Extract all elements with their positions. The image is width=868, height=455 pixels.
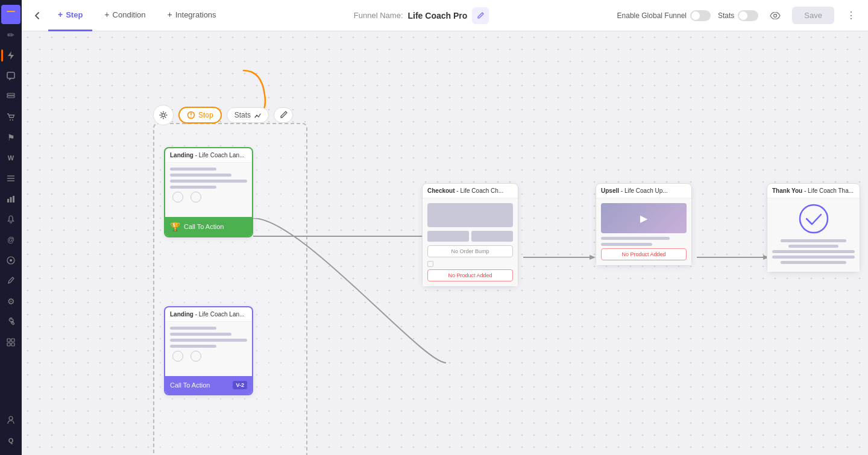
sidebar-icon-brush[interactable] xyxy=(1,271,20,290)
svg-rect-3 xyxy=(7,72,14,78)
tab-integrations[interactable]: + Integrations xyxy=(157,0,225,31)
sidebar-icon-layers[interactable] xyxy=(1,87,20,106)
svg-rect-18 xyxy=(7,343,10,346)
sidebar-icon-logo[interactable] xyxy=(1,5,20,24)
svg-rect-17 xyxy=(11,339,14,342)
sidebar-icon-flag[interactable]: ⚑ xyxy=(1,128,20,147)
preview-line xyxy=(601,243,652,246)
preview-line xyxy=(170,180,247,183)
preview-line xyxy=(170,333,231,336)
sidebar-icon-puzzle[interactable] xyxy=(1,333,20,352)
preview-line xyxy=(781,239,847,242)
landing-card-v1-header: Landing - Life Coach Lan... xyxy=(165,148,252,163)
landing-sub: - Life Coach Lan... xyxy=(195,152,245,158)
checkout-label: Checkout xyxy=(427,187,455,194)
sidebar-icon-settings[interactable]: ⚙ xyxy=(1,292,20,311)
svg-rect-12 xyxy=(10,197,12,202)
landing-card-v1[interactable]: Landing - Life Coach Lan... 🏆 Call To Ac… xyxy=(164,147,253,237)
tab-condition-label: Condition xyxy=(113,10,146,19)
svg-point-29 xyxy=(800,205,828,233)
back-button[interactable] xyxy=(29,7,46,24)
upsell-card[interactable]: Upsell - Life Coach Up... ▶ No Product A… xyxy=(596,183,692,266)
no-product-added-checkout: No Product Added xyxy=(427,269,513,281)
preview-line xyxy=(781,261,847,264)
stats-toggle[interactable] xyxy=(738,10,758,21)
checkbox-row xyxy=(427,261,513,267)
sidebar-icon-chart[interactable] xyxy=(1,189,20,209)
checkout-img xyxy=(427,203,513,227)
checkout-preview: No Order Bump No Product Added xyxy=(423,198,518,286)
upsell-preview: ▶ No Product Added xyxy=(596,198,691,265)
stats-label: Stats xyxy=(718,11,734,20)
preview-line xyxy=(772,250,855,253)
checkout-card-inner: Checkout - Life Coach Ch... No Order Bum… xyxy=(422,183,518,287)
tab-condition[interactable]: + Condition xyxy=(95,0,155,31)
topnav-left: + Step + Condition + Integrations xyxy=(29,0,226,31)
sidebar-icon-wp[interactable]: W xyxy=(1,148,20,168)
sidebar-icon-bell[interactable] xyxy=(1,210,20,229)
no-order-bump: No Order Bump xyxy=(427,245,513,257)
sidebar-icon-q[interactable]: Q xyxy=(1,431,20,450)
upsell-card-inner: Upsell - Life Coach Up... ▶ No Product A… xyxy=(596,183,692,266)
stop-label: Stop xyxy=(198,111,213,119)
enable-global-funnel-label: Enable Global Funnel xyxy=(617,11,687,20)
save-button[interactable]: Save xyxy=(792,7,834,24)
preview-line xyxy=(170,186,216,189)
check-circle-icon xyxy=(798,203,829,234)
cta-text-v2: Call To Action xyxy=(170,381,210,389)
upsell-label: Upsell xyxy=(601,187,619,194)
svg-point-23 xyxy=(162,114,165,117)
svg-point-25 xyxy=(190,116,192,118)
checkout-card[interactable]: Checkout - Life Coach Ch... No Order Bum… xyxy=(422,183,518,287)
thankyou-card[interactable]: Thank You - Life Coach Tha... xyxy=(767,183,860,272)
stats-button-label: Stats xyxy=(234,111,251,119)
sidebar-icon-pencil[interactable]: ✏ xyxy=(1,25,20,45)
topnav-center: Funnel Name: Life Coach Pro xyxy=(226,7,617,24)
step-group-toolbar: Stop Stats xyxy=(153,105,293,125)
sidebar-icon-cart[interactable] xyxy=(1,107,20,127)
sidebar-icon-chat[interactable] xyxy=(1,66,20,86)
preview-line xyxy=(170,168,216,171)
connector-upsell-to-thankyou xyxy=(697,245,769,269)
stop-button[interactable]: Stop xyxy=(178,107,222,124)
preview-line xyxy=(170,327,216,330)
stats-toggle-knob xyxy=(739,11,747,20)
topnav-right: Enable Global Funnel Stats Save ⋮ xyxy=(617,6,861,25)
landing-card-v2[interactable]: Landing - Life Coach Lan... Call To Acti… xyxy=(164,306,253,395)
sidebar-icon-integration[interactable] xyxy=(1,251,20,270)
thankyou-label: Thank You xyxy=(772,187,802,194)
svg-point-21 xyxy=(774,14,777,17)
thankyou-header: Thank You - Life Coach Tha... xyxy=(767,184,860,198)
no-product-added-upsell: No Product Added xyxy=(601,248,687,260)
preview-row xyxy=(170,192,247,202)
svg-point-20 xyxy=(9,416,13,420)
tab-integrations-label: Integrations xyxy=(175,10,216,19)
preview-button[interactable] xyxy=(766,6,785,25)
connector-checkout-to-upsell xyxy=(523,245,596,269)
enable-global-funnel-toggle[interactable] xyxy=(690,10,711,21)
sidebar-icon-flash[interactable] xyxy=(1,46,20,65)
sidebar-icon-tools[interactable] xyxy=(1,312,20,331)
checkout-sub: - Life Coach Ch... xyxy=(456,187,503,194)
svg-rect-0 xyxy=(7,11,15,12)
sidebar-icon-at[interactable]: @ xyxy=(1,230,20,249)
upsell-header: Upsell - Life Coach Up... xyxy=(596,184,691,198)
cta-text: Call To Action xyxy=(184,223,224,230)
enable-global-funnel-toggle-group: Enable Global Funnel xyxy=(617,10,711,21)
svg-point-6 xyxy=(10,119,11,121)
edit-funnel-name-button[interactable] xyxy=(472,7,489,24)
edit-step-button[interactable] xyxy=(274,107,293,123)
stats-button[interactable]: Stats xyxy=(227,107,269,123)
settings-button[interactable] xyxy=(153,105,174,125)
tab-step[interactable]: + Step xyxy=(48,0,92,31)
checkout-btn-ph xyxy=(427,231,469,242)
svg-rect-19 xyxy=(11,343,14,346)
sidebar-icon-user[interactable] xyxy=(1,410,20,430)
preview-line xyxy=(170,174,231,177)
sidebar-icon-list[interactable] xyxy=(1,169,20,188)
svg-rect-1 xyxy=(7,13,15,14)
more-options-button[interactable]: ⋮ xyxy=(841,6,861,25)
preview-row xyxy=(170,351,247,362)
svg-rect-16 xyxy=(7,339,10,342)
svg-rect-4 xyxy=(7,93,14,95)
